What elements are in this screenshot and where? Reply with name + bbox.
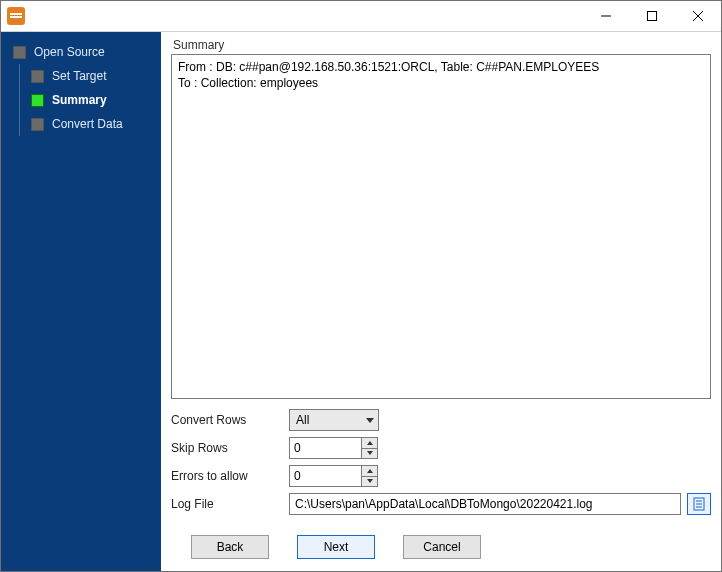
step-label: Set Target [52, 69, 106, 83]
chevron-down-icon [366, 418, 374, 423]
wizard-window: Open Source Set Target Summary Convert D… [0, 0, 722, 572]
summary-text-area[interactable]: From : DB: c##pan@192.168.50.36:1521:ORC… [171, 54, 711, 399]
errors-allow-down[interactable] [362, 476, 377, 487]
step-label: Convert Data [52, 117, 123, 131]
label-skip-rows: Skip Rows [171, 441, 289, 455]
log-file-input[interactable] [289, 493, 681, 515]
skip-rows-input[interactable] [289, 437, 361, 459]
options-form: Convert Rows All Skip Rows [171, 399, 711, 525]
row-errors-allow: Errors to allow [171, 465, 711, 487]
maximize-button[interactable] [629, 1, 675, 31]
step-status-box [31, 118, 44, 131]
step-label: Summary [52, 93, 107, 107]
skip-rows-stepper [289, 437, 378, 459]
minimize-button[interactable] [583, 1, 629, 31]
titlebar [1, 1, 721, 31]
step-list: Open Source Set Target Summary Convert D… [1, 40, 161, 136]
close-button[interactable] [675, 1, 721, 31]
errors-allow-up[interactable] [362, 466, 377, 476]
skip-rows-up[interactable] [362, 438, 377, 448]
chevron-down-icon [367, 451, 373, 455]
cancel-button[interactable]: Cancel [403, 535, 481, 559]
section-title: Summary [173, 38, 711, 52]
step-open-source[interactable]: Open Source [1, 40, 161, 64]
browse-log-file-button[interactable] [687, 493, 711, 515]
step-status-box [13, 46, 26, 59]
row-convert-rows: Convert Rows All [171, 409, 711, 431]
step-label: Open Source [34, 45, 105, 59]
summary-to-line: To : Collection: employees [178, 75, 704, 91]
chevron-down-icon [367, 479, 373, 483]
row-skip-rows: Skip Rows [171, 437, 711, 459]
step-set-target[interactable]: Set Target [1, 64, 161, 88]
step-summary[interactable]: Summary [1, 88, 161, 112]
convert-rows-value: All [296, 413, 309, 427]
window-controls [583, 1, 721, 31]
step-convert-data[interactable]: Convert Data [1, 112, 161, 136]
svg-rect-1 [648, 12, 657, 21]
label-errors-allow: Errors to allow [171, 469, 289, 483]
errors-allow-input[interactable] [289, 465, 361, 487]
main-panel: Summary From : DB: c##pan@192.168.50.36:… [161, 32, 721, 571]
skip-rows-down[interactable] [362, 448, 377, 459]
next-button[interactable]: Next [297, 535, 375, 559]
app-icon [7, 7, 25, 25]
chevron-up-icon [367, 469, 373, 473]
label-log-file: Log File [171, 497, 289, 511]
summary-from-line: From : DB: c##pan@192.168.50.36:1521:ORC… [178, 59, 704, 75]
step-status-box [31, 70, 44, 83]
file-icon [693, 497, 705, 511]
wizard-footer: Back Next Cancel [171, 525, 711, 561]
label-convert-rows: Convert Rows [171, 413, 289, 427]
convert-rows-select[interactable]: All [289, 409, 379, 431]
row-log-file: Log File [171, 493, 711, 515]
wizard-sidebar: Open Source Set Target Summary Convert D… [1, 32, 161, 571]
chevron-up-icon [367, 441, 373, 445]
errors-allow-stepper [289, 465, 378, 487]
step-status-box [31, 94, 44, 107]
back-button[interactable]: Back [191, 535, 269, 559]
content-area: Open Source Set Target Summary Convert D… [1, 31, 721, 571]
